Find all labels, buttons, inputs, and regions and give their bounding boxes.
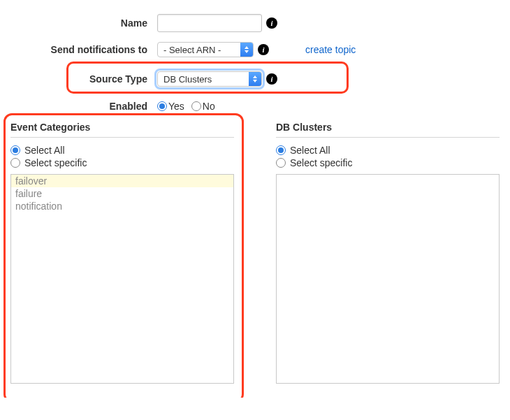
enabled-no-option[interactable]: No	[191, 101, 215, 112]
notify-label: Send notifications to	[10, 44, 157, 55]
notify-select[interactable]: - Select ARN -	[157, 42, 254, 57]
dbc-select-specific-text: Select specific	[290, 157, 352, 168]
ec-select-all-radio[interactable]	[10, 145, 20, 155]
dbc-select-all-option[interactable]: Select All	[276, 145, 500, 156]
list-item[interactable]: failover	[11, 175, 233, 187]
enabled-yes-radio[interactable]	[157, 101, 167, 111]
db-clusters-listbox[interactable]	[276, 174, 500, 384]
ec-select-specific-option[interactable]: Select specific	[10, 157, 234, 168]
dbc-select-all-radio[interactable]	[276, 145, 286, 155]
db-clusters-panel: DB Clusters Select All Select specific	[276, 122, 500, 384]
enabled-no-text: No	[203, 101, 215, 112]
enabled-yes-text: Yes	[168, 101, 184, 112]
enabled-no-radio[interactable]	[191, 101, 201, 111]
event-categories-panel: Event Categories Select All Select speci…	[10, 122, 234, 384]
list-item[interactable]: notification	[11, 200, 233, 212]
notify-select-value: - Select ARN -	[158, 45, 240, 55]
dbc-select-specific-option[interactable]: Select specific	[276, 157, 500, 168]
source-type-select[interactable]: DB Clusters	[157, 71, 262, 87]
dbc-select-specific-radio[interactable]	[276, 158, 286, 168]
db-clusters-title: DB Clusters	[276, 122, 500, 138]
event-categories-title: Event Categories	[10, 122, 234, 138]
chevron-updown-icon	[249, 72, 261, 86]
source-type-label: Source Type	[10, 73, 157, 85]
ec-select-specific-radio[interactable]	[10, 158, 20, 168]
create-topic-link[interactable]: create topic	[305, 44, 356, 55]
ec-select-all-text: Select All	[24, 145, 65, 156]
enabled-yes-option[interactable]: Yes	[157, 101, 184, 112]
chevron-updown-icon	[240, 43, 253, 57]
ec-select-all-option[interactable]: Select All	[10, 145, 234, 156]
event-categories-listbox[interactable]: failover failure notification	[10, 174, 234, 384]
source-type-select-value: DB Clusters	[158, 74, 249, 85]
name-input[interactable]	[157, 14, 262, 32]
info-icon[interactable]: i	[266, 17, 277, 29]
list-item[interactable]: failure	[11, 187, 233, 200]
enabled-label: Enabled	[10, 101, 157, 112]
name-label: Name	[10, 17, 157, 29]
info-icon[interactable]: i	[266, 73, 277, 85]
dbc-select-all-text: Select All	[290, 145, 330, 156]
info-icon[interactable]: i	[258, 44, 269, 55]
ec-select-specific-text: Select specific	[24, 157, 87, 168]
